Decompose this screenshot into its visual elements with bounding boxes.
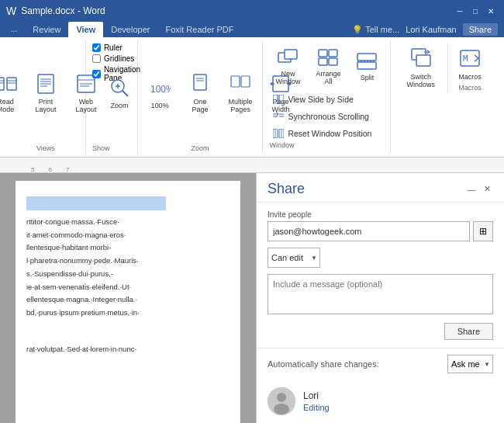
100pct-button[interactable]: 100% 100% — [141, 72, 178, 113]
person-avatar-lori — [268, 387, 295, 415]
ask-me-wrapper: Ask me Always Never ▼ — [447, 355, 493, 373]
macros-label: Macros — [458, 73, 482, 81]
100pct-label: 100% — [151, 102, 169, 109]
tell-me[interactable]: 💡 Tell me... — [352, 25, 399, 35]
split-label: Split — [361, 74, 375, 81]
ribbon-group-view: ReadMode PrintLayout — [6, 40, 86, 154]
main-area: rttitor·congue·massa.·Fusce· it·amet·com… — [0, 173, 504, 423]
macros-icon: M — [457, 47, 482, 71]
svg-point-52 — [277, 393, 286, 402]
doc-text: rttitor·congue·massa.·Fusce· it·amet·com… — [26, 217, 230, 355]
multi-page-button[interactable]: MultiplePages — [222, 68, 259, 116]
tab-home[interactable]: ... — [3, 22, 25, 37]
auto-share-label: Automatically share changes: — [268, 359, 379, 369]
window-group-label: Window — [269, 141, 384, 151]
user-account[interactable]: Lori Kaufman — [406, 25, 456, 34]
tab-view[interactable]: View — [68, 22, 103, 37]
window-sub-items: View Side by Side Synchronous Scrolling — [269, 92, 384, 141]
navpane-checkbox[interactable] — [92, 70, 101, 78]
switch-windows-button[interactable]: SwitchWindows — [400, 43, 441, 92]
ruler-ticks: 5 6 7 — [31, 158, 83, 173]
ribbon: ... Review View Developer Foxit Reader P… — [0, 22, 504, 158]
ribbon-share-button[interactable]: Share — [463, 23, 498, 36]
svg-line-16 — [123, 91, 128, 96]
tab-review[interactable]: Review — [25, 22, 68, 37]
svg-rect-32 — [319, 58, 327, 65]
switch-windows-label: SwitchWindows — [406, 73, 435, 88]
switch-windows-icon — [409, 47, 433, 71]
one-page-button[interactable]: OnePage — [181, 68, 219, 116]
ribbon-tabs: ... Review View Developer Foxit Reader P… — [0, 22, 504, 37]
ribbon-group-zoom: Zoom 100% 100% — [138, 40, 264, 154]
print-layout-button[interactable]: PrintLayout — [27, 68, 64, 116]
read-mode-label: ReadMode — [0, 98, 14, 113]
100pct-icon: 100% — [147, 75, 172, 100]
minimize-button[interactable]: ─ — [453, 4, 467, 18]
doc-line-1: rttitor·congue·massa.·Fusce· — [26, 217, 230, 228]
share-submit-button[interactable]: Share — [444, 323, 493, 340]
share-body: Invite people ⊞ Can edit Can view ▼ — [257, 203, 504, 348]
view-side-by-side-icon — [272, 93, 285, 106]
arrange-all-button[interactable]: ArrangeAll — [309, 43, 347, 88]
close-button[interactable]: ✕ — [484, 4, 498, 18]
title-bar-left: W Sample.docx - Word — [6, 5, 105, 17]
svg-rect-0 — [0, 78, 4, 90]
svg-point-53 — [274, 404, 289, 414]
auto-share-row: Automatically share changes: Ask me Alwa… — [257, 348, 504, 380]
view-side-by-side-button[interactable]: View Side by Side — [269, 92, 384, 107]
gridlines-checkbox[interactable] — [92, 54, 101, 63]
svg-text:100%: 100% — [150, 84, 171, 95]
tab-developer[interactable]: Developer — [103, 22, 157, 37]
svg-rect-1 — [7, 78, 16, 90]
people-list: Lori Editing Lori Kaufman Owner — [257, 380, 504, 423]
synchronous-scrolling-button[interactable]: Synchronous Scrolling — [269, 109, 384, 124]
message-section — [268, 274, 493, 317]
one-page-icon — [188, 71, 212, 96]
zoom-icon — [107, 75, 132, 100]
tab-foxit[interactable]: Foxit Reader PDF — [157, 22, 241, 37]
svg-rect-48 — [416, 55, 430, 66]
permissions-section: Can edit Can view ▼ — [268, 248, 493, 268]
email-input[interactable] — [268, 221, 470, 241]
show-group-label: Show — [92, 144, 110, 154]
doc-line-8: bd,·purus·ipsum·pretium·metus,·in· — [26, 307, 230, 319]
arrange-all-icon — [317, 47, 339, 68]
read-mode-button[interactable]: ReadMode — [0, 68, 24, 116]
macros-wrapper: M Macros Macros — [447, 43, 492, 93]
permissions-select[interactable]: Can edit Can view — [268, 248, 320, 268]
invite-people-label: Invite people — [268, 210, 493, 219]
window-top-buttons: NewWindow ArrangeAll — [269, 43, 384, 88]
svg-text:M: M — [463, 54, 468, 64]
share-panel-close-button[interactable]: ✕ — [481, 183, 493, 196]
window-title: Sample.docx - Word — [21, 5, 105, 16]
document-page: rttitor·congue·massa.·Fusce· it·amet·com… — [16, 181, 240, 423]
reset-window-button[interactable]: Reset Window Position — [269, 126, 384, 141]
macros-group-label: Macros — [458, 84, 482, 93]
multi-page-icon — [228, 71, 253, 96]
new-window-label: NewWindow — [275, 70, 300, 85]
doc-line-4: l·pharetra·nonummy·pede.·Mauris· — [26, 255, 230, 267]
doc-space — [26, 321, 230, 344]
maximize-button[interactable]: □ — [468, 4, 482, 18]
person-role-lori: Editing — [303, 403, 330, 412]
share-panel: Share — ✕ Invite people ⊞ Can edit — [256, 173, 504, 423]
read-mode-icon — [0, 71, 18, 96]
auto-share-select[interactable]: Ask me Always Never — [447, 355, 493, 373]
zoom-button[interactable]: Zoom — [101, 72, 138, 113]
share-panel-title: Share — [268, 181, 305, 197]
person-row: Lori Editing — [268, 380, 493, 423]
macros-button[interactable]: M Macros — [451, 43, 488, 84]
new-window-button[interactable]: NewWindow — [269, 43, 306, 88]
invite-people-section: Invite people ⊞ — [268, 210, 493, 241]
ruler-checkbox[interactable] — [92, 43, 101, 52]
lightbulb-icon: 💡 — [352, 25, 363, 35]
zoom-group-label: Zoom — [192, 144, 209, 154]
split-button[interactable]: Split — [350, 43, 384, 88]
word-icon: W — [6, 5, 16, 17]
email-row: ⊞ — [268, 221, 493, 241]
address-book-button[interactable]: ⊞ — [473, 221, 493, 241]
svg-rect-34 — [357, 54, 376, 61]
share-panel-collapse-button[interactable]: — — [465, 183, 478, 196]
doc-line-2: it·amet·commodo·magna·eros· — [26, 230, 230, 241]
message-textarea[interactable] — [268, 274, 493, 314]
